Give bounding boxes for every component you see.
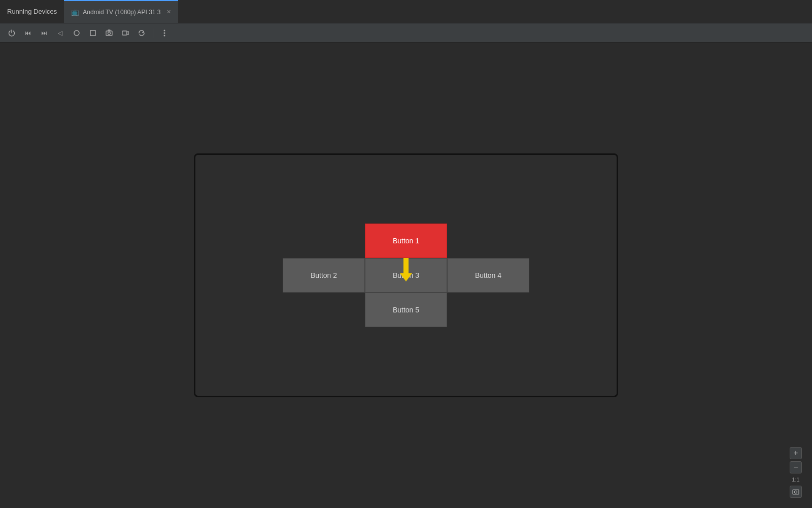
content-area: Button 1 Button 2 Button 3 bbox=[0, 43, 812, 508]
device-tab[interactable]: 📺 Android TV (1080p) API 31 3 ✕ bbox=[64, 0, 178, 23]
running-devices-label: Running Devices bbox=[0, 8, 64, 15]
tab-close-button[interactable]: ✕ bbox=[166, 9, 171, 15]
svg-rect-5 bbox=[106, 31, 112, 36]
tab-device-icon: 📺 bbox=[71, 8, 79, 16]
tv-screen: Button 1 Button 2 Button 3 bbox=[195, 155, 617, 396]
button-2[interactable]: Button 2 bbox=[283, 258, 365, 293]
zoom-in-button[interactable]: + bbox=[790, 447, 802, 459]
zoom-level-label: 1:1 bbox=[792, 477, 799, 483]
toolbar-separator bbox=[153, 28, 153, 38]
refresh-button[interactable] bbox=[135, 26, 148, 40]
tab-bar: 📺 Android TV (1080p) API 31 3 ✕ bbox=[64, 0, 178, 23]
button-5[interactable]: Button 5 bbox=[365, 293, 447, 327]
toolbar: ⏮ ⏭ ◁ bbox=[0, 23, 812, 43]
more-button[interactable] bbox=[158, 26, 171, 40]
button-4[interactable]: Button 4 bbox=[447, 258, 529, 293]
svg-point-3 bbox=[74, 30, 79, 36]
record-button[interactable] bbox=[119, 26, 132, 40]
zoom-out-button[interactable]: − bbox=[790, 461, 802, 473]
svg-point-12 bbox=[164, 35, 165, 36]
button-1[interactable]: Button 1 bbox=[365, 224, 447, 258]
svg-point-6 bbox=[108, 32, 111, 35]
svg-text:◁: ◁ bbox=[58, 29, 63, 37]
rotate-button[interactable] bbox=[70, 26, 83, 40]
svg-text:⏮: ⏮ bbox=[25, 29, 31, 37]
back-step-button[interactable]: ⏮ bbox=[21, 26, 35, 40]
stop-button[interactable] bbox=[86, 26, 99, 40]
prev-button[interactable]: ◁ bbox=[54, 26, 67, 40]
svg-rect-8 bbox=[122, 31, 127, 35]
title-bar: Running Devices 📺 Android TV (1080p) API… bbox=[0, 0, 812, 23]
tv-frame: Button 1 Button 2 Button 3 bbox=[194, 153, 618, 397]
svg-point-11 bbox=[164, 32, 165, 34]
svg-marker-9 bbox=[127, 31, 128, 35]
forward-step-button[interactable]: ⏭ bbox=[38, 26, 51, 40]
svg-point-14 bbox=[795, 491, 797, 493]
zoom-camera-button[interactable] bbox=[790, 486, 802, 498]
buttons-container: Button 1 Button 2 Button 3 bbox=[283, 224, 529, 327]
tab-label: Android TV (1080p) API 31 3 bbox=[83, 9, 160, 16]
svg-point-10 bbox=[164, 29, 165, 31]
power-button[interactable] bbox=[5, 26, 18, 40]
zoom-controls: + − 1:1 bbox=[790, 447, 802, 498]
screenshot-button[interactable] bbox=[103, 26, 116, 40]
svg-rect-4 bbox=[90, 30, 95, 36]
svg-rect-13 bbox=[793, 490, 799, 494]
btn-row-3: Button 5 bbox=[365, 293, 447, 327]
svg-rect-7 bbox=[108, 30, 110, 31]
svg-text:⏭: ⏭ bbox=[41, 29, 47, 37]
btn-row-1: Button 1 bbox=[365, 224, 447, 258]
